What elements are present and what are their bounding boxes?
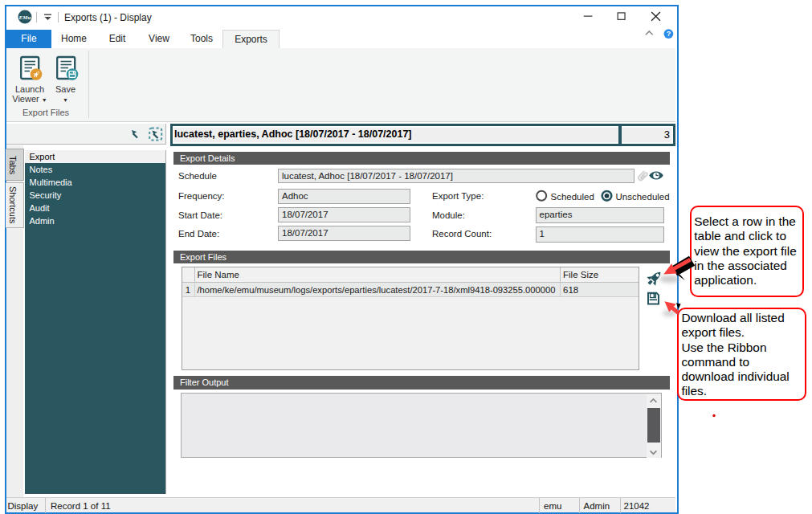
svg-text:EMu: EMu	[18, 14, 31, 21]
svg-text:?: ?	[667, 30, 671, 38]
